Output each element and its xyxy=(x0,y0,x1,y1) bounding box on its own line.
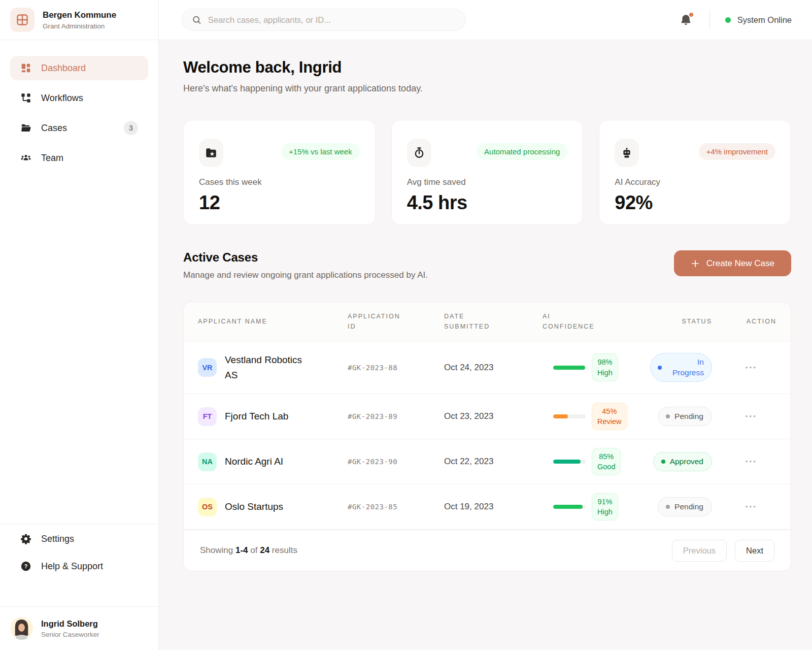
confidence-badge: 85%Good xyxy=(592,448,621,476)
sidebar-item-cases[interactable]: Cases 3 xyxy=(10,116,148,140)
applicant-name: Fjord Tech Lab xyxy=(225,409,288,424)
sidebar-item-label: Cases xyxy=(41,123,67,134)
sidebar-item-help[interactable]: ? Help & Support xyxy=(10,554,148,578)
search-icon xyxy=(192,15,201,25)
status-dot xyxy=(666,505,670,509)
row-actions-button[interactable]: ●●● xyxy=(746,414,757,418)
stat-badge: Automated processing xyxy=(477,143,567,160)
stat-value: 92% xyxy=(615,192,775,214)
status-dot xyxy=(661,460,665,464)
svg-text:?: ? xyxy=(24,563,28,569)
notification-dot xyxy=(688,12,694,18)
row-actions-button[interactable]: ●●● xyxy=(746,505,757,509)
stat-value: 12 xyxy=(199,192,360,214)
status-badge: Pending xyxy=(658,407,712,426)
avatar xyxy=(10,617,33,640)
status-dot xyxy=(666,414,670,418)
stat-label: Cases this week xyxy=(199,177,360,187)
brand-logo xyxy=(10,8,35,32)
brand-subtitle: Grant Administration xyxy=(43,22,116,30)
team-icon xyxy=(20,152,31,164)
content: Welcome back, Ingrid Here's what's happe… xyxy=(159,40,812,571)
applicant-avatar: VR xyxy=(198,358,217,377)
confidence-badge: 91%High xyxy=(592,493,618,521)
sidebar-item-settings[interactable]: Settings xyxy=(10,527,148,551)
sidebar-nav: Dashboard Workflows Cases 3 Team xyxy=(0,40,158,170)
notifications-button[interactable] xyxy=(680,14,692,26)
topbar-divider xyxy=(709,10,710,30)
confidence-bar-fill xyxy=(553,414,568,418)
table-row: FT Fjord Tech Lab #GK-2023-89 Oct 23, 20… xyxy=(184,394,791,439)
table-header: Applicant Name Application ID Date Submi… xyxy=(184,302,791,341)
status-badge: In Progress xyxy=(650,353,712,382)
search-bar[interactable] xyxy=(182,9,466,31)
applicant-avatar: FT xyxy=(198,407,217,426)
main-area: System Online Welcome back, Ingrid Here'… xyxy=(159,0,812,650)
sidebar-item-label: Workflows xyxy=(41,93,83,104)
stat-cards: ★ +15% vs last week Cases this week 12 A… xyxy=(183,120,791,225)
stat-card-accuracy: +4% improvement AI Accuracy 92% xyxy=(599,120,791,225)
col-application-id: Application ID xyxy=(348,311,444,332)
workflow-icon xyxy=(20,92,31,104)
profile-role: Senior Caseworker xyxy=(41,631,99,638)
sidebar-item-workflows[interactable]: Workflows xyxy=(10,86,148,110)
confidence-bar xyxy=(553,460,586,464)
col-action: Action xyxy=(712,316,776,327)
status-badge: Pending xyxy=(658,497,712,516)
next-page-button[interactable]: Next xyxy=(735,540,774,562)
row-actions-button[interactable]: ●●● xyxy=(746,460,757,464)
applicant-name: Vestland Robotics AS xyxy=(225,352,316,382)
system-status: System Online xyxy=(737,15,792,25)
stat-badge: +15% vs last week xyxy=(281,143,360,160)
cases-table: Applicant Name Application ID Date Submi… xyxy=(183,302,791,571)
topbar: System Online xyxy=(159,0,812,40)
svg-text:★: ★ xyxy=(209,150,215,157)
col-ai-confidence: AI Confidence xyxy=(543,311,650,332)
confidence-bar-fill xyxy=(553,505,583,509)
sidebar-item-team[interactable]: Team xyxy=(10,146,148,170)
confidence-bar xyxy=(553,505,586,509)
robot-icon xyxy=(615,139,639,167)
date-submitted: Oct 24, 2023 xyxy=(444,363,543,373)
brand: Bergen Kommune Grant Administration xyxy=(0,0,158,40)
applicant-name: Nordic Agri AI xyxy=(225,454,283,469)
sidebar-item-label: Dashboard xyxy=(41,63,86,74)
results-summary: Showing 1-4 of 24 results xyxy=(200,545,297,556)
confidence-bar xyxy=(553,414,586,418)
applicant-avatar: OS xyxy=(198,498,217,516)
status-dot xyxy=(658,366,662,370)
confidence-badge: 45%Review xyxy=(592,403,627,431)
section-subtitle: Manage and review ongoing grant applicat… xyxy=(183,270,428,280)
profile-name: Ingrid Solberg xyxy=(41,619,99,629)
pagination: Previous Next xyxy=(672,540,774,562)
sidebar-item-dashboard[interactable]: Dashboard xyxy=(10,56,148,80)
col-applicant-name: Applicant Name xyxy=(198,316,348,327)
create-new-case-button[interactable]: Create New Case xyxy=(674,250,791,276)
active-cases-header: Active Cases Manage and review ongoing g… xyxy=(183,250,791,280)
sidebar-bottom-nav: Settings ? Help & Support xyxy=(0,524,158,606)
date-submitted: Oct 22, 2023 xyxy=(444,457,543,467)
confidence-bar-fill xyxy=(553,366,585,370)
sidebar-item-label: Settings xyxy=(41,534,74,544)
dashboard-icon xyxy=(20,62,31,74)
search-input[interactable] xyxy=(208,15,460,25)
table-footer: Showing 1-4 of 24 results Previous Next xyxy=(184,530,791,571)
applicant-name: Oslo Startups xyxy=(225,499,283,514)
folder-icon xyxy=(20,122,31,134)
previous-page-button[interactable]: Previous xyxy=(672,540,727,562)
row-actions-button[interactable]: ●●● xyxy=(746,366,757,370)
stat-label: Avg time saved xyxy=(407,177,568,187)
page-title: Welcome back, Ingrid xyxy=(183,58,791,77)
sidebar-item-label: Help & Support xyxy=(41,561,103,572)
status-badge: Approved xyxy=(653,452,712,471)
confidence-badge: 98%High xyxy=(592,353,618,381)
page-subtitle: Here's what's happening with your grant … xyxy=(183,83,791,94)
user-profile[interactable]: Ingrid Solberg Senior Caseworker xyxy=(0,606,158,650)
application-id: #GK-2023-89 xyxy=(348,412,444,420)
confidence-bar-fill xyxy=(553,460,581,464)
plus-icon xyxy=(691,259,700,268)
online-status-dot xyxy=(725,17,731,23)
topbar-right: System Online xyxy=(672,10,792,30)
application-id: #GK-2023-88 xyxy=(348,364,444,372)
table-row: NA Nordic Agri AI #GK-2023-90 Oct 22, 20… xyxy=(184,439,791,484)
